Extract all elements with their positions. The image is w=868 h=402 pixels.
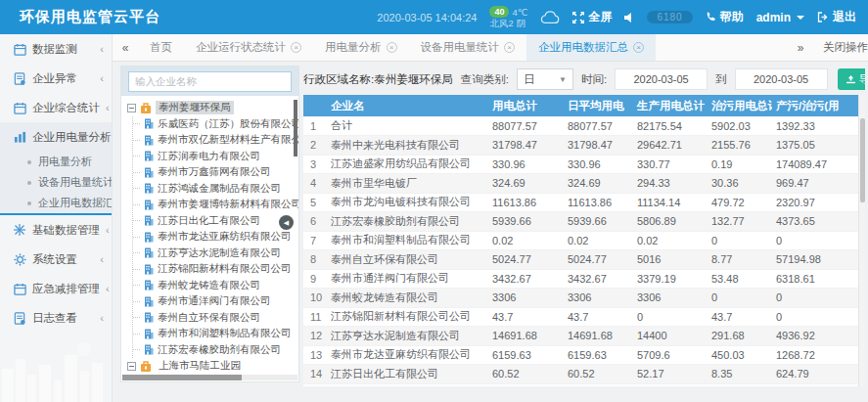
sidebar-item-2[interactable]: 企业综合统计 ‹: [0, 93, 112, 122]
cell: 3306: [633, 289, 708, 308]
tab-4[interactable]: 企业用电数据汇总×: [526, 34, 656, 61]
tree-company-node[interactable]: 泰州市和润塑料制品有限公司: [133, 326, 298, 342]
tree-collapse-icon[interactable]: [127, 104, 136, 112]
category-label: 查询类别:: [461, 72, 509, 87]
cell: 3306: [564, 289, 633, 308]
export-button[interactable]: 导出: [838, 68, 865, 90]
tree-company-node[interactable]: 江苏日出化工有限公司: [133, 213, 298, 230]
tab-1[interactable]: 企业运行状态统计×: [184, 34, 313, 61]
table-row: 9泰州市通洋阀门有限公司3432.673432.673379.1953.4863…: [303, 269, 858, 289]
sidebar-item-1[interactable]: 企业异常 ‹: [0, 64, 112, 93]
cell: 330.77: [633, 155, 708, 174]
tab-close-icon[interactable]: ×: [291, 42, 301, 53]
cell: 324.69: [564, 174, 633, 194]
cell: 江苏锦阳新材料有限公司公司: [327, 307, 488, 327]
sidebar-item-7[interactable]: 日志查看 ‹: [0, 303, 112, 333]
chevron-left-icon: ‹: [100, 312, 104, 324]
tree-company-node[interactable]: 泰州市龙达亚麻纺织有限公司: [133, 229, 298, 246]
sidebar-subitem-1[interactable]: 设备用电量统计: [0, 172, 112, 193]
sidebar-subitem-0[interactable]: 用电量分析: [0, 152, 112, 172]
category-select[interactable]: 日 ▼: [517, 68, 573, 90]
sidebar-item-6[interactable]: 应急减排管理 ‹: [0, 274, 112, 303]
cell: 52.17: [633, 365, 708, 384]
tree-connector: [133, 237, 140, 238]
tree-company-node[interactable]: 江苏宏泰橡胶助剂有限公司: [133, 342, 298, 359]
date-to-input[interactable]: [735, 68, 828, 90]
tree-company-node[interactable]: 泰州市通洋阀门有限公司: [133, 293, 298, 310]
cell: 5709.6: [633, 345, 708, 365]
tree-company-node[interactable]: 乐威医药（江苏）股份有限公司: [133, 116, 298, 133]
tree-horizontal-scrollbar[interactable]: [122, 375, 297, 380]
tree-company-node[interactable]: 泰州市姜堰博特新材料有限公司: [133, 197, 298, 213]
tab-close-icon[interactable]: ×: [633, 42, 644, 53]
tab-scroll-left-icon[interactable]: «: [113, 34, 138, 61]
tree-company-node[interactable]: 江苏鸿诚金属制品有限公司: [133, 181, 298, 198]
tab-scroll-right-icon[interactable]: »: [788, 41, 813, 55]
tree-root-1[interactable]: 上海市马陆工业园: [127, 358, 298, 374]
col-3: 生产用电总计: [633, 95, 708, 116]
tree-company-node[interactable]: 泰州市万鑫筛网有限公司: [133, 164, 298, 181]
date-from-input[interactable]: [615, 68, 708, 90]
cell: 2320.97: [772, 193, 858, 212]
tree-connector: [133, 349, 140, 350]
tab-close-icon[interactable]: ×: [504, 42, 515, 53]
company-search-input[interactable]: [128, 71, 292, 92]
cell: 60.52: [564, 365, 633, 384]
chevron-left-icon: ‹: [100, 43, 104, 55]
cell: 88077.57: [488, 116, 564, 136]
tree-company-label: 泰州市姜堰博特新材料有限公司: [158, 198, 298, 211]
speaker-icon[interactable]: [624, 13, 634, 22]
sidebar-item-5[interactable]: 系统设置 ‹: [0, 245, 112, 274]
cell: 330.96: [564, 155, 633, 174]
row-index: 8: [303, 250, 327, 270]
temperature-label: 4℃: [512, 7, 527, 18]
tree-company-node[interactable]: 江苏锦阳新材料有限公司公司: [133, 261, 298, 278]
tree-company-node[interactable]: 泰州蛟龙铸造有限公司: [133, 278, 298, 294]
cell: 8.35: [708, 365, 772, 384]
tree-collapse-icon[interactable]: [127, 362, 136, 371]
tree-collapse-button[interactable]: ◀: [279, 215, 294, 230]
row-index: 13: [303, 345, 327, 365]
tree-company-node[interactable]: 江苏亨达水泥制造有限公司: [133, 246, 298, 262]
tab-2[interactable]: 用电量分析×: [313, 34, 409, 61]
tree-root-0[interactable]: 泰州姜堰环保局: [127, 100, 298, 116]
logout-button[interactable]: 退出: [817, 9, 856, 25]
aqi-badge: 40: [489, 6, 509, 18]
tree-company-node[interactable]: 江苏润泰电力有限公司: [133, 149, 298, 165]
cell: 5939.66: [488, 212, 564, 232]
tree-company-label: 泰州蛟龙铸造有限公司: [158, 279, 260, 292]
to-label: 到: [715, 72, 727, 87]
cell: 31798.47: [564, 136, 633, 156]
tree-connector: [133, 252, 140, 253]
row-index: 12: [303, 327, 327, 346]
close-operations-menu[interactable]: 关闭操作: [823, 40, 868, 55]
help-button[interactable]: 帮助: [706, 9, 744, 25]
tree-connector: [133, 317, 140, 318]
tree-company-node[interactable]: 泰州自立环保有限公司: [133, 310, 298, 327]
export-icon: [846, 75, 855, 84]
tab-3[interactable]: 设备用电量统计×: [409, 34, 527, 61]
tab-close-icon[interactable]: ×: [387, 42, 397, 53]
sidebar-item-4[interactable]: 基础数据管理 ‹: [0, 215, 112, 245]
cell: 132.77: [708, 212, 772, 232]
sidebar-subitem-2[interactable]: 企业用电数据汇总: [0, 193, 112, 213]
tab-0[interactable]: 首页: [138, 34, 184, 61]
user-menu[interactable]: admin: [756, 11, 804, 24]
table-vertical-scrollbar[interactable]: [858, 95, 865, 386]
condition-label: 阴: [516, 18, 525, 28]
sidebar-item-3[interactable]: 企业用电量分析 ‹: [0, 122, 112, 152]
document-icon: [13, 72, 26, 85]
tree-company-node[interactable]: 泰州市双亿新型材料生产有限公司: [133, 132, 298, 149]
chevron-left-icon: ‹: [106, 224, 110, 236]
table-row: 4泰州市里华电镀厂324.69324.69294.3330.36969.47: [303, 174, 858, 194]
table-row: 8泰州自立环保有限公司5024.775024.7750168.7757194.9…: [303, 250, 858, 270]
cell: 969.47: [772, 174, 858, 194]
app-title: 环保用电监管云平台: [20, 8, 160, 26]
calendar-icon: [13, 102, 26, 114]
col-0: 企业名: [327, 95, 488, 116]
tree-vertical-scrollbar[interactable]: [294, 100, 297, 156]
sidebar-item-0[interactable]: 数据监测 ‹: [0, 34, 112, 64]
tree-search-bar: [121, 67, 298, 96]
tree-connector: [133, 140, 140, 141]
fullscreen-button[interactable]: 全屏: [572, 9, 612, 25]
